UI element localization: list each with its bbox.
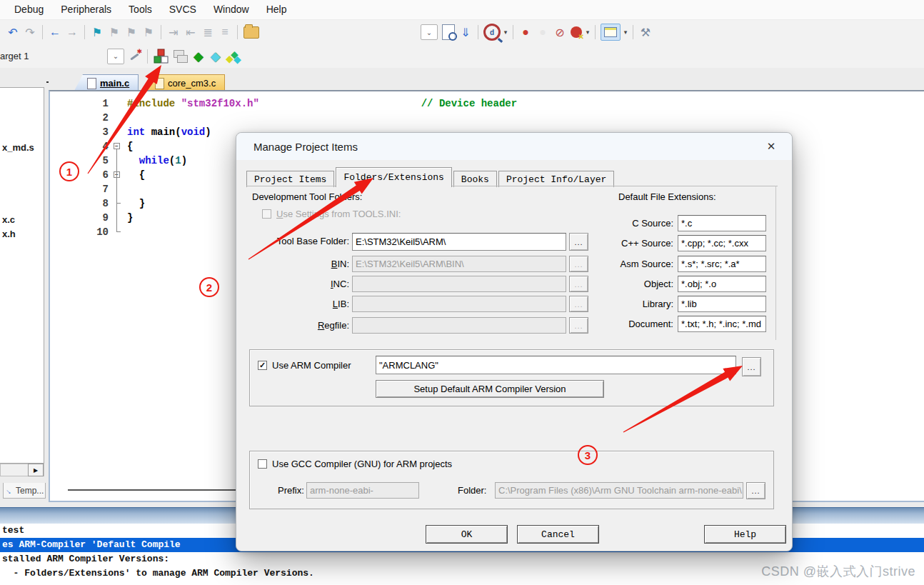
templates-tab[interactable]: → Temp... [3,483,46,499]
code-line-1[interactable]: 1#include "stm32f10x.h" // Device header [50,96,109,111]
toolbar-right-group: ⌄⇓d▾●●⊘▾▾⚒ [418,24,654,41]
fold-line-inner [116,178,117,204]
project-tree-hscrollbar[interactable]: ▶ [0,464,44,476]
find-magnifier-icon[interactable]: d [483,24,501,41]
use-gcc-checkbox[interactable] [258,459,267,469]
back-icon[interactable]: ← [47,24,63,40]
dev-row-field[interactable]: E:\STM32\Keil5\ARM\BIN\ [352,256,566,272]
breakpoint-kill-icon[interactable] [571,26,582,38]
code-line-5[interactable]: 5 while(1) [50,154,109,168]
menu-help[interactable]: Help [258,0,296,19]
menu-svcs[interactable]: SVCS [161,0,205,19]
sep [513,25,513,39]
books-icon[interactable]: ◆◆◆ [226,49,243,64]
cancel-button[interactable]: Cancel [517,525,599,544]
code-line-2[interactable]: 2 [50,111,109,125]
ext-row-field[interactable]: *.c [678,215,766,231]
menu-peripherals[interactable]: Peripherals [52,0,120,19]
dialog-tab-books[interactable]: Books [453,171,497,187]
code-line-8[interactable]: 8 } [50,196,109,211]
bookmark-clear-icon[interactable]: ⚑ [141,24,156,40]
dialog-tab-folders-extensions[interactable]: Folders/Extensions [336,167,451,187]
gcc-folder-browse-button[interactable]: ... [746,482,765,499]
ext-row-field[interactable]: *.lib [678,296,766,312]
templates-icon: → [4,484,15,496]
multi-project-icon[interactable] [174,50,188,63]
tree-item-x.c[interactable]: x.c [2,214,15,225]
window-layout-icon[interactable] [601,24,621,41]
incremental-find-icon[interactable]: ⇓ [458,24,473,40]
keil-uvision-window: DebugPeripheralsToolsSVCSWindowHelp ↶↷←→… [0,0,924,585]
code-line-10[interactable]: 10 [50,225,109,239]
dev-row-field[interactable] [352,296,566,312]
redo-icon[interactable]: ↷ [22,24,38,40]
arm-compiler-browse-button[interactable]: ... [742,357,761,376]
ext-row-label: Asm Source: [572,259,673,269]
dialog-tab-project-info-layer[interactable]: Project Info/Layer [498,171,614,187]
menu-debug[interactable]: Debug [6,0,52,19]
bookmark-toggle-icon[interactable]: ⚑ [89,24,105,40]
comment-icon[interactable]: ≣ [200,24,216,40]
dialog-title: Manage Project Items [236,141,358,153]
target-combo[interactable]: ⌄ [107,49,124,64]
scroll-right-button[interactable]: ▶ [28,464,44,476]
find-caret[interactable]: ▾ [502,29,509,36]
code-line-6[interactable]: 6 { [50,168,109,182]
uncomment-icon[interactable]: ≡ [217,24,233,40]
dialog-close-button[interactable]: ✕ [760,136,782,156]
code-line-3[interactable]: 3int main(void) [50,125,109,139]
component-viewer-icon[interactable]: ◆ [191,49,206,64]
code-line-4[interactable]: 4{ [50,139,109,154]
dev-row-label: Tool Base Folder: [249,236,349,246]
breakpoint-icon[interactable]: ● [518,24,533,40]
gcc-folder-field[interactable]: C:\Program Files (x86)\Arm GNU Toolchain… [495,482,743,499]
ext-row-field[interactable]: *.cpp; *.cc; *.cxx [678,235,766,251]
open-folder-icon[interactable] [243,26,259,39]
use-arm-compiler-checkbox[interactable]: ✓ [258,361,267,370]
breakpoint-caret[interactable]: ▾ [584,29,591,36]
dev-row-field[interactable] [352,276,566,292]
dev-row-label: BIN: [249,259,349,269]
sep [478,25,478,39]
menu-tools[interactable]: Tools [120,0,161,19]
tree-item-x.h[interactable]: x.h [2,229,16,239]
use-gcc-label: Use GCC Compiler (GNU) for ARM projects [272,459,452,469]
use-arm-compiler-label: Use ARM Compiler [272,360,351,371]
setup-arm-compiler-button[interactable]: Setup Default ARM Compiler Version [376,380,604,398]
dev-row-field[interactable] [352,317,566,334]
find-in-files-icon[interactable] [442,24,455,40]
forward-icon[interactable]: → [64,24,80,40]
ext-row-field[interactable]: *.s*; *.src; *.a* [678,256,766,272]
bookmark-next-icon[interactable]: ⚑ [124,24,139,40]
ext-row-label: Document: [572,319,673,329]
manage-project-items-icon[interactable] [154,49,169,64]
dev-row-field[interactable]: E:\STM32\Keil5\ARM\ [352,233,566,251]
gcc-prefix-field[interactable]: arm-none-eabi- [306,482,419,499]
breakpoint-empty-icon[interactable]: ● [535,24,551,40]
outdent-icon[interactable]: ⇤ [183,24,199,40]
help-button[interactable]: Help [704,525,786,544]
ok-button[interactable]: OK [426,525,508,544]
code-line-9[interactable]: 9} [50,211,109,225]
tools-ini-checkbox[interactable] [262,209,271,219]
editor-hscrollbar[interactable] [68,489,236,491]
fold-marker-line4[interactable]: − [114,143,120,149]
layout-caret[interactable]: ▾ [622,29,629,36]
menu-window[interactable]: Window [205,0,258,19]
arm-compiler-field[interactable]: "ARMCLANG" [376,356,736,374]
tab-page-border [246,186,778,186]
find-combo[interactable]: ⌄ [421,24,438,40]
options-for-target-icon[interactable] [128,49,142,64]
configure-wrench-icon[interactable]: ⚒ [638,24,653,40]
undo-icon[interactable]: ↶ [5,24,21,40]
functions-icon[interactable]: ◆ [208,49,224,64]
dialog-tab-project-items[interactable]: Project Items [246,171,334,187]
breakpoint-disable-icon[interactable]: ⊘ [552,24,568,40]
indent-icon[interactable]: ⇥ [166,24,181,40]
project-tree[interactable]: x_md.sx.cx.h [0,87,44,464]
ext-row-field[interactable]: *.obj; *.o [678,276,766,292]
bookmark-prev-icon[interactable]: ⚑ [106,24,122,40]
code-line-7[interactable]: 7 [50,182,109,196]
tree-item-x_md.s[interactable]: x_md.s [2,142,34,153]
ext-row-field[interactable]: *.txt; *.h; *.inc; *.md [678,316,766,332]
